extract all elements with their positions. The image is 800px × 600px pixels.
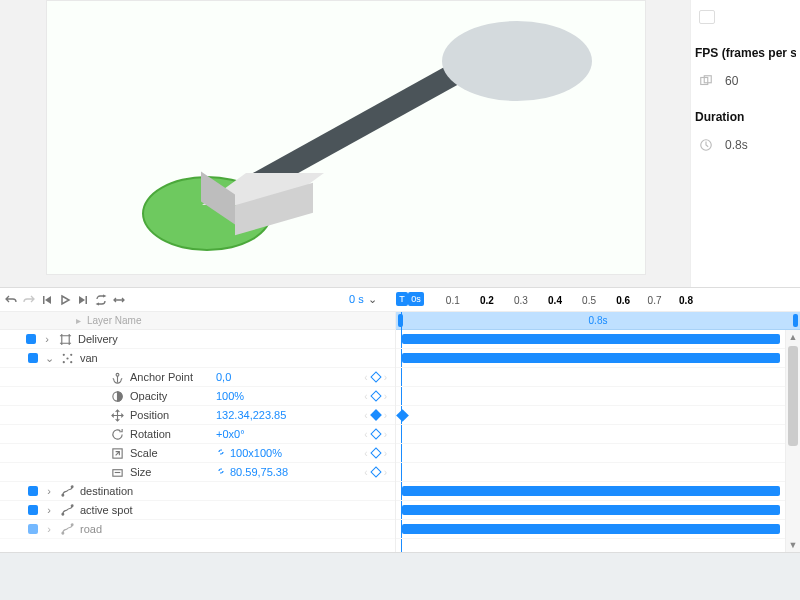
scroll-thumb[interactable] (788, 346, 798, 446)
play-button[interactable] (58, 293, 72, 307)
track-row[interactable] (396, 368, 800, 387)
fps-icon (699, 74, 713, 88)
svg-point-13 (71, 485, 73, 487)
layer-list-header: ▸ Layer Name (0, 312, 395, 330)
undo-button[interactable] (4, 293, 18, 307)
track-row[interactable] (396, 406, 800, 425)
chevron-right-icon[interactable]: › (42, 333, 52, 345)
layer-row[interactable]: ⌄van (0, 349, 395, 368)
prev-keyframe-button[interactable]: ‹ (362, 467, 369, 478)
svg-point-5 (62, 361, 64, 363)
link-icon[interactable] (216, 447, 226, 459)
prev-keyframe-button[interactable]: ‹ (362, 391, 369, 402)
keyframe-toggle[interactable] (370, 409, 381, 420)
chevron-down-icon[interactable]: ⌄ (44, 352, 54, 365)
rotation-icon (110, 427, 124, 441)
keyframe-diamond[interactable] (396, 409, 409, 422)
keyframe-toggle[interactable] (370, 390, 381, 401)
layer-row[interactable]: ›road (0, 520, 395, 539)
property-value[interactable]: 132.34,223.85 (216, 409, 286, 421)
track-row[interactable] (396, 330, 800, 349)
keyframe-toggle[interactable] (370, 428, 381, 439)
keyframe-toggle[interactable] (370, 447, 381, 458)
property-row[interactable]: Scale‹›100x100% (0, 444, 395, 463)
property-row[interactable]: Size‹›80.59,75.38 (0, 463, 395, 482)
visibility-toggle[interactable] (28, 486, 38, 496)
path-icon (60, 503, 74, 517)
visibility-toggle[interactable] (28, 505, 38, 515)
canvas-stage[interactable] (46, 0, 646, 275)
property-row[interactable]: Anchor Point‹›0,0 (0, 368, 395, 387)
skip-end-button[interactable] (76, 293, 90, 307)
fps-value-row[interactable]: 60 (695, 74, 796, 88)
property-row[interactable]: Opacity‹›100% (0, 387, 395, 406)
chevron-right-icon[interactable]: › (44, 485, 54, 497)
skip-start-button[interactable] (40, 293, 54, 307)
time-ruler[interactable]: T 0s 0.10.20.30.40.50.60.70.8 (396, 288, 788, 312)
playhead-end[interactable]: 0s (408, 292, 424, 306)
property-row[interactable]: Rotation‹›+0x0° (0, 425, 395, 444)
track-row[interactable] (396, 520, 800, 539)
track-row[interactable] (396, 482, 800, 501)
track-bar[interactable] (402, 505, 780, 515)
loop-button[interactable] (94, 293, 108, 307)
ruler-tick: 0.1 (446, 295, 460, 306)
track-row[interactable] (396, 444, 800, 463)
property-value[interactable]: 0,0 (216, 371, 231, 383)
visibility-toggle[interactable] (28, 524, 38, 534)
ruler-tick: 0.7 (648, 295, 662, 306)
visibility-toggle[interactable] (26, 334, 36, 344)
track-area[interactable]: 0.8s ▲ ▼ (396, 312, 800, 552)
property-row[interactable]: Position‹›132.34,223.85 (0, 406, 395, 425)
keyframe-toggle[interactable] (370, 466, 381, 477)
next-keyframe-button[interactable]: › (382, 448, 389, 459)
track-row[interactable] (396, 425, 800, 444)
next-keyframe-button[interactable]: › (382, 410, 389, 421)
property-value[interactable]: 100% (216, 390, 244, 402)
track-scrollbar[interactable]: ▲ ▼ (785, 330, 800, 552)
track-row[interactable] (396, 463, 800, 482)
property-value[interactable]: +0x0° (216, 428, 245, 440)
layer-row[interactable]: ›destination (0, 482, 395, 501)
fit-button[interactable] (112, 293, 126, 307)
track-bar[interactable] (402, 486, 780, 496)
work-area-bar[interactable]: 0.8s (396, 312, 800, 330)
duration-value-row[interactable]: 0.8s (695, 138, 796, 152)
properties-panel: FPS (frames per second) 60 Duration 0.8s (690, 0, 800, 287)
ruler-tick: 0.5 (582, 295, 596, 306)
keyframe-toggle[interactable] (370, 371, 381, 382)
chevron-right-icon[interactable]: › (44, 504, 54, 516)
redo-button[interactable] (22, 293, 36, 307)
track-row[interactable] (396, 387, 800, 406)
duration-value: 0.8s (725, 138, 748, 152)
track-bar[interactable] (402, 353, 780, 363)
scroll-down-button[interactable]: ▼ (786, 538, 800, 552)
scroll-up-button[interactable]: ▲ (786, 330, 800, 344)
prev-keyframe-button[interactable]: ‹ (362, 410, 369, 421)
visibility-toggle[interactable] (28, 353, 38, 363)
prev-keyframe-button[interactable]: ‹ (362, 372, 369, 383)
layer-row[interactable]: ›Delivery (0, 330, 395, 349)
track-row[interactable] (396, 349, 800, 368)
next-keyframe-button[interactable]: › (382, 467, 389, 478)
track-bar[interactable] (402, 334, 780, 344)
chevron-right-icon[interactable]: › (44, 523, 54, 535)
prev-keyframe-button[interactable]: ‹ (362, 448, 369, 459)
ruler-tick: 0.4 (548, 295, 562, 306)
layer-row[interactable]: ›active spot (0, 501, 395, 520)
next-keyframe-button[interactable]: › (382, 391, 389, 402)
prev-keyframe-button[interactable]: ‹ (362, 429, 369, 440)
property-value[interactable]: 80.59,75.38 (230, 466, 288, 478)
next-keyframe-button[interactable]: › (382, 429, 389, 440)
track-bar[interactable] (402, 524, 780, 534)
link-icon[interactable] (216, 466, 226, 478)
property-name: Rotation (130, 428, 171, 440)
property-name: Size (130, 466, 151, 478)
ruler-tick: 0.6 (616, 295, 630, 306)
next-keyframe-button[interactable]: › (382, 372, 389, 383)
playhead[interactable]: T (396, 292, 408, 306)
track-row[interactable] (396, 501, 800, 520)
current-time-display[interactable]: 0 s⌄ (349, 293, 377, 306)
property-value[interactable]: 100x100% (230, 447, 282, 459)
work-area-end-handle[interactable] (793, 314, 798, 327)
